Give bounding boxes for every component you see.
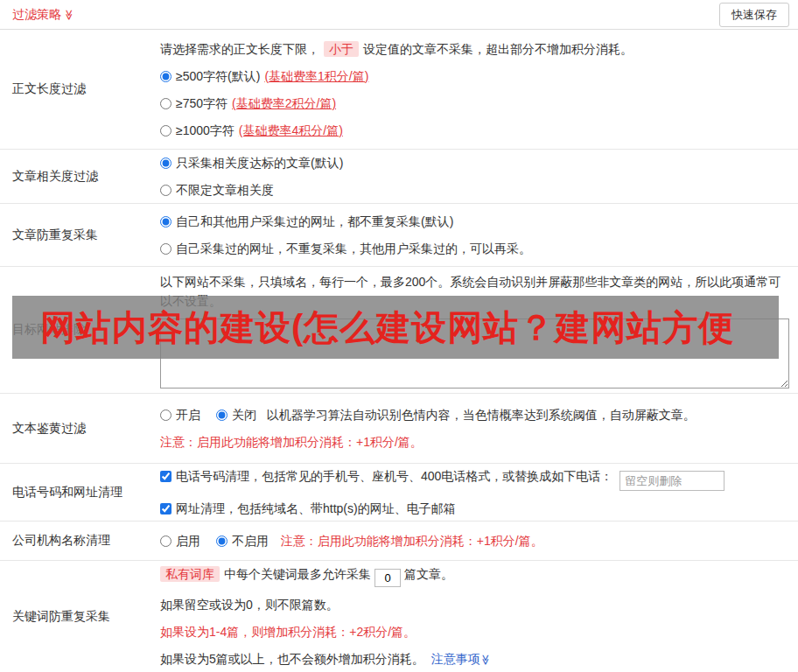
radio-company-off[interactable]	[216, 536, 228, 547]
keyword-dedup-line1-mid: 中每个关键词最多允许采集	[224, 567, 371, 581]
option-url-clean[interactable]: 网址清理，包括纯域名、带http(s)的网址、电子邮箱	[160, 499, 789, 518]
radio-length-500-label: ≥500字符(默认)	[176, 69, 260, 83]
radio-relevance-strict-label: 只采集相关度达标的文章(默认)	[176, 156, 343, 170]
relevance-filter-content: 只采集相关度达标的文章(默认) 不限定文章相关度	[160, 150, 798, 203]
phone-url-clean-label: 电话号码和网址清理	[0, 464, 160, 521]
length-filter-intro: 请选择需求的正文长度下限，小于设定值的文章不采集，超出部分不增加积分消耗。	[160, 39, 789, 59]
option-phone-clean[interactable]: 电话号码清理，包括常见的手机号、座机号、400电话格式，或替换成如下电话：	[160, 469, 616, 483]
checkbox-phone-clean[interactable]	[160, 471, 172, 482]
row-keyword-dedup: 关键词防重复采集 私有词库中每个关键词最多允许采集篇文章。 如果留空或设为0，则…	[0, 561, 798, 672]
option-length-500[interactable]: ≥500字符(默认)(基础费率1积分/篇)	[160, 66, 789, 86]
option-length-750[interactable]: ≥750字符(基础费率2积分/篇)	[160, 94, 789, 113]
dedup-filter-label: 文章防重复采集	[0, 204, 160, 266]
radio-dedup-all-users[interactable]	[160, 216, 172, 228]
relevance-filter-label: 文章相关度过滤	[0, 150, 160, 203]
radio-porn-on-label: 开启	[176, 408, 200, 422]
site-exclude-content: 以下网站不采集，只填域名，每行一个，最多200个。系统会自动识别并屏蔽那些非文章…	[160, 267, 798, 393]
notes-chevron-down-icon: ≫	[480, 654, 491, 666]
phone-url-clean-content: 电话号码清理，包括常见的手机号、座机号、400电话格式，或替换成如下电话： 网址…	[160, 464, 798, 521]
checkbox-phone-clean-label: 电话号码清理，包括常见的手机号、座机号、400电话格式，或替换成如下电话：	[176, 469, 612, 483]
company-clean-label: 公司机构名称清理	[0, 522, 160, 560]
company-clean-content: 启用 不启用 注意：启用此功能将增加积分消耗：+1积分/篇。	[160, 522, 798, 560]
keyword-dedup-line4: 如果设为5篇或以上，也不会额外增加积分消耗。注意事项≫	[160, 649, 789, 668]
row-site-exclude: 目标网站排除 以下网站不采集，只填域名，每行一个，最多200个。系统会自动识别并…	[0, 267, 798, 394]
keyword-dedup-line3: 如果设为1-4篇，则增加积分消耗：+2积分/篇。	[160, 622, 789, 641]
radio-porn-on[interactable]	[160, 410, 172, 421]
rate-note-500: (基础费率1积分/篇)	[264, 69, 368, 83]
replacement-phone-input[interactable]	[620, 471, 724, 491]
radio-porn-off-label: 关闭	[232, 408, 256, 422]
radio-relevance-any-label: 不限定文章相关度	[176, 183, 274, 197]
radio-dedup-self-only-label: 自己采集过的网址，不重复采集，其他用户采集过的，可以再采。	[176, 242, 531, 256]
keyword-count-input[interactable]	[374, 569, 401, 587]
row-porn-filter: 文本鉴黄过滤 开启 关闭 以机器学习算法自动识别色情内容，当色情概率达到系统阈值…	[0, 394, 798, 464]
option-porn-on[interactable]: 开启	[160, 408, 204, 422]
option-dedup-self-only[interactable]: 自己采集过的网址，不重复采集，其他用户采集过的，可以再采。	[160, 239, 789, 258]
row-phone-url-clean: 电话号码和网址清理 电话号码清理，包括常见的手机号、座机号、400电话格式，或替…	[0, 464, 798, 522]
porn-filter-description: 以机器学习算法自动识别色情内容，当色情概率达到系统阈值，自动屏蔽文章。	[267, 408, 696, 422]
radio-length-750-label: ≥750字符	[176, 96, 228, 110]
company-clean-warning: 注意：启用此功能将增加积分消耗：+1积分/篇。	[281, 534, 543, 548]
page-title-text: 过滤策略	[12, 7, 61, 23]
option-relevance-any[interactable]: 不限定文章相关度	[160, 180, 789, 200]
radio-relevance-strict[interactable]	[160, 158, 172, 169]
option-porn-off[interactable]: 关闭	[216, 408, 260, 422]
option-relevance-strict[interactable]: 只采集相关度达标的文章(默认)	[160, 153, 789, 172]
radio-dedup-self-only[interactable]	[160, 243, 172, 255]
dedup-filter-content: 自己和其他用户采集过的网址，都不重复采集(默认) 自己采集过的网址，不重复采集，…	[160, 204, 798, 266]
radio-length-750[interactable]	[160, 98, 172, 109]
keyword-dedup-label: 关键词防重复采集	[0, 561, 160, 672]
keyword-dedup-line2: 如果留空或设为0，则不限篇数。	[160, 595, 789, 614]
rate-note-1000: (基础费率4积分/篇)	[239, 123, 343, 137]
company-clean-options: 启用 不启用 注意：启用此功能将增加积分消耗：+1积分/篇。	[160, 531, 789, 550]
keyword-dedup-content: 私有词库中每个关键词最多允许采集篇文章。 如果留空或设为0，则不限篇数。 如果设…	[160, 561, 798, 672]
keyword-dedup-line1: 私有词库中每个关键词最多允许采集篇文章。	[160, 564, 789, 587]
site-exclude-textarea[interactable]	[160, 318, 789, 388]
radio-length-500[interactable]	[160, 71, 172, 82]
row-length-filter: 正文长度过滤 请选择需求的正文长度下限，小于设定值的文章不采集，超出部分不增加积…	[0, 30, 798, 150]
notes-link[interactable]: 注意事项≫	[431, 652, 492, 666]
checkbox-url-clean[interactable]	[160, 503, 172, 514]
private-lexicon-badge: 私有词库	[160, 566, 220, 582]
phone-clean-line: 电话号码清理，包括常见的手机号、座机号、400电话格式，或替换成如下电话：	[160, 466, 789, 491]
length-filter-content: 请选择需求的正文长度下限，小于设定值的文章不采集，超出部分不增加积分消耗。 ≥5…	[160, 30, 798, 149]
intro-pre: 请选择需求的正文长度下限，	[160, 42, 319, 56]
page-title[interactable]: 过滤策略 ≫	[12, 7, 75, 23]
option-company-on[interactable]: 启用	[160, 534, 204, 548]
row-dedup-filter: 文章防重复采集 自己和其他用户采集过的网址，都不重复采集(默认) 自己采集过的网…	[0, 204, 798, 267]
option-company-off[interactable]: 不启用	[216, 534, 272, 548]
site-exclude-label: 目标网站排除	[0, 267, 160, 393]
radio-company-on[interactable]	[160, 536, 172, 547]
porn-filter-content: 开启 关闭 以机器学习算法自动识别色情内容，当色情概率达到系统阈值，自动屏蔽文章…	[160, 394, 798, 463]
row-company-clean: 公司机构名称清理 启用 不启用 注意：启用此功能将增加积分消耗：+1积分/篇。	[0, 522, 798, 561]
notes-link-text: 注意事项	[431, 652, 480, 666]
radio-porn-off[interactable]	[216, 410, 228, 421]
radio-company-off-label: 不启用	[232, 534, 269, 548]
keyword-dedup-line1-end: 篇文章。	[404, 567, 453, 581]
radio-length-1000[interactable]	[160, 125, 172, 136]
radio-length-1000-label: ≥1000字符	[176, 123, 234, 137]
site-exclude-description: 以下网站不采集，只填域名，每行一个，最多200个。系统会自动识别并屏蔽那些非文章…	[160, 272, 789, 311]
less-than-highlight: 小于	[324, 41, 359, 57]
row-relevance-filter: 文章相关度过滤 只采集相关度达标的文章(默认) 不限定文章相关度	[0, 150, 798, 204]
checkbox-url-clean-label: 网址清理，包括纯域名、带http(s)的网址、电子邮箱	[176, 501, 456, 515]
option-dedup-all-users[interactable]: 自己和其他用户采集过的网址，都不重复采集(默认)	[160, 212, 789, 231]
rate-note-750: (基础费率2积分/篇)	[232, 96, 336, 110]
intro-post: 设定值的文章不采集，超出部分不增加积分消耗。	[363, 42, 633, 56]
chevron-down-icon: ≫	[64, 9, 74, 20]
keyword-dedup-line4-text: 如果设为5篇或以上，也不会额外增加积分消耗。	[160, 652, 424, 666]
length-filter-label: 正文长度过滤	[0, 30, 160, 149]
porn-filter-warning: 注意：启用此功能将增加积分消耗：+1积分/篇。	[160, 432, 789, 452]
radio-company-on-label: 启用	[176, 534, 200, 548]
porn-filter-label: 文本鉴黄过滤	[0, 394, 160, 463]
topbar: 过滤策略 ≫ 快速保存	[0, 0, 798, 30]
quick-save-button[interactable]: 快速保存	[719, 3, 789, 27]
radio-dedup-all-users-label: 自己和其他用户采集过的网址，都不重复采集(默认)	[176, 214, 453, 228]
option-length-1000[interactable]: ≥1000字符(基础费率4积分/篇)	[160, 121, 789, 140]
porn-filter-options: 开启 关闭 以机器学习算法自动识别色情内容，当色情概率达到系统阈值，自动屏蔽文章…	[160, 405, 789, 424]
radio-relevance-any[interactable]	[160, 185, 172, 196]
